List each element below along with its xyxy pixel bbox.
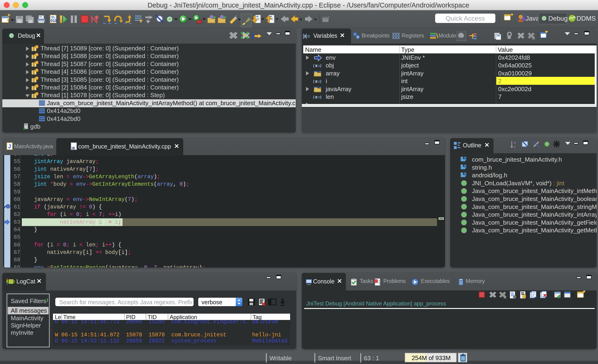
svg-text:i: i bbox=[252, 31, 254, 40]
svg-text:010: 010 bbox=[51, 19, 57, 23]
svg-text:z: z bbox=[514, 145, 516, 149]
svg-text:.c: .c bbox=[71, 146, 75, 150]
svg-text:a: a bbox=[514, 141, 516, 145]
svg-text:J: J bbox=[8, 143, 11, 149]
svg-text:s: s bbox=[537, 140, 540, 145]
